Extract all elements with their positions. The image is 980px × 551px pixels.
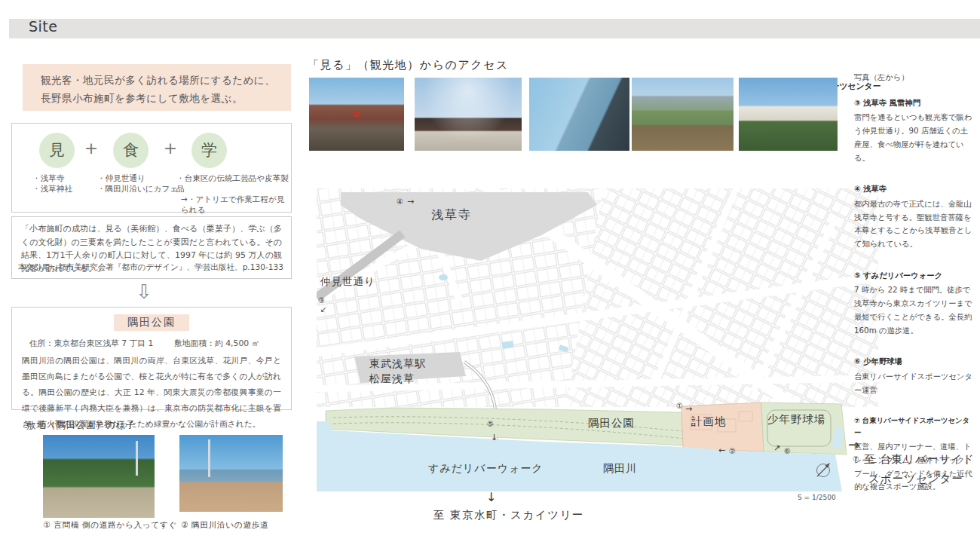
note-title: ⑥ 少年野球場 bbox=[854, 355, 975, 369]
note-entry: ⑥ 少年野球場 台東リバーサイドスポーツセンター運営 bbox=[854, 355, 975, 396]
notes-heading: 写真（左から） bbox=[854, 71, 975, 84]
concept-eat-bullets: ・仲見世通り ・隅田川沿いにカフェ bbox=[97, 173, 178, 194]
note-body: 台東リバーサイドスポーツセンター運営 bbox=[854, 370, 975, 396]
park-area: 敷地面積：約 4,500 ㎡ bbox=[174, 338, 259, 349]
concept-see-bullets: ・浅草寺 ・浅草神社 bbox=[32, 173, 72, 194]
intro-line-2: 長野県小布施町を参考にして敷地を選ぶ。 bbox=[41, 89, 275, 107]
label-sumida-park: 隅田公園 bbox=[588, 417, 635, 429]
park-address: 住所：東京都台東区浅草 7 丁目 1 bbox=[29, 338, 153, 349]
access-photo-sports-center: ⑦ 台東リバーサイドスポーツセンター 徒歩 5 分 bbox=[739, 78, 838, 104]
quote-box: 「小布施町の成功は、見る（美術館）、食べる（栗菓子）、学ぶ（多くの文化財）の三要… bbox=[11, 216, 292, 279]
note-entry: ④ 浅草寺 都内最古の寺で正式には、金龍山浅草寺と号する。聖観世音菩薩を本尊とす… bbox=[854, 182, 975, 251]
label-baseball: 少年野球場 bbox=[767, 413, 826, 425]
down-arrow-icon: ⇩ bbox=[133, 280, 155, 303]
site-photo-caption-1: ① 言問橋 側の道路から入ってすぐ bbox=[43, 520, 177, 531]
label-nakamise: 仲見世通り bbox=[320, 275, 375, 287]
site-photo-road-entrance bbox=[43, 435, 155, 518]
access-photo-sensoji: ④ 浅草寺 徒歩 10 分 bbox=[415, 78, 522, 104]
photo-baseball-field bbox=[632, 78, 733, 151]
section-header-bar bbox=[9, 19, 980, 38]
svg-text:↓: ↓ bbox=[491, 433, 498, 442]
photo-sports-center bbox=[739, 78, 838, 151]
intro-line-1: 観光客・地元民が多く訪れる場所にするために、 bbox=[41, 71, 275, 89]
label-plan-site: 計画地 bbox=[691, 415, 727, 427]
page-title: Site bbox=[29, 18, 57, 35]
svg-text:②: ② bbox=[729, 447, 736, 455]
bullet: ・隅田川沿いにカフェ bbox=[97, 184, 178, 194]
label-river: 隅田川 bbox=[603, 462, 637, 474]
access-photo-riverwalk: ⑤ すみだリバーウォーク 徒歩 10 分 bbox=[529, 78, 629, 104]
intro-statement-box: 観光客・地元民が多く訪れる場所にするために、 長野県小布施町を参考にして敷地を選… bbox=[23, 64, 291, 111]
skytree-silhouette bbox=[136, 441, 138, 476]
note-title: ⑦ 台東リバーサイドスポーツセンター bbox=[854, 415, 975, 439]
svg-text:←: ← bbox=[718, 445, 725, 455]
south-arrow-icon: ↓ bbox=[486, 490, 496, 504]
note-title: ④ 浅草寺 bbox=[854, 182, 975, 196]
svg-text:⑥: ⑥ bbox=[784, 447, 791, 455]
site-photo-caption-2: ② 隅田川沿いの遊歩道 bbox=[181, 520, 268, 531]
bullet: ・浅草神社 bbox=[32, 184, 72, 194]
photo-sensoji bbox=[415, 78, 522, 151]
svg-text:③: ③ bbox=[318, 296, 325, 305]
bullet: →・アトリエで作業工程が見られる bbox=[181, 194, 291, 216]
presentation-board: Site 観光客・地元民が多く訪れる場所にするために、 長野県小布施町を参考にし… bbox=[0, 0, 980, 551]
pond bbox=[439, 274, 448, 280]
bullet: ・浅草寺 bbox=[32, 173, 72, 184]
concept-circle-eat: 食 bbox=[113, 133, 149, 168]
access-photo-kaminarimon: ③ 浅草寺 風雷神門 徒歩 12 分 bbox=[309, 78, 404, 104]
access-photo-baseball: ⑥ 少年野球場 徒歩 3 分 bbox=[632, 78, 733, 104]
park-info-box: 隅田公園 住所：東京都台東区浅草 7 丁目 1 敷地面積：約 4,500 ㎡ 隅… bbox=[11, 307, 292, 410]
note-body: 7 時から 22 時まで開門。徒歩で浅草寺から東京スカイツリーまで最短で行くこと… bbox=[854, 283, 975, 337]
note-title: ⑤ すみだリバーウォーク bbox=[854, 269, 975, 283]
note-body: 都内最古の寺で正式には、金龍山浅草寺と号する。聖観世音菩薩を本尊とすることから浅… bbox=[854, 197, 975, 251]
label-station-2: 松屋浅草 bbox=[369, 372, 415, 384]
note-entry: ③ 浅草寺 風雷神門 雷門を通るといつも観光客で賑わう仲見世通り。90 店舗近く… bbox=[854, 96, 975, 165]
site-photos-heading: 敷地（隅田公園）の様子 bbox=[26, 419, 136, 432]
note-title: ③ 浅草寺 風雷神門 bbox=[854, 96, 975, 110]
site-map: ④ → ③ ↙ ⑤ ↓ ① → ← ② ↗ ⑥ 浅草寺 仲見世通り 東武浅草駅 … bbox=[317, 188, 878, 491]
plus-sign: + bbox=[163, 139, 178, 158]
plus-sign: + bbox=[84, 139, 99, 158]
photo-kaminarimon bbox=[309, 78, 404, 151]
bullet: ・仲見世通り bbox=[97, 173, 178, 184]
intro-text: 観光客・地元民が多く訪れる場所にするために、 長野県小布施町を参考にして敷地を選… bbox=[41, 71, 275, 108]
photo-riverwalk bbox=[529, 78, 629, 151]
note-body: 雷門を通るといつも観光客で賑わう仲見世通り。90 店舗近くの土産屋、食べ物屋が軒… bbox=[854, 111, 975, 164]
svg-text:④: ④ bbox=[397, 197, 403, 206]
concept-box: 見 + 食 + 学 ・浅草寺 ・浅草神社 ・仲見世通り ・隅田川沿いにカフェ ・… bbox=[11, 123, 292, 213]
note-entry: ⑦ 台東リバーサイドスポーツセンター 区営、屋内アリーナー、道場、トレーニングジ… bbox=[854, 415, 975, 494]
note-entry: ⑤ すみだリバーウォーク 7 時から 22 時まで開門。徒歩で浅草寺から東京スカ… bbox=[854, 269, 975, 338]
note-body: 区営、屋内アリーナー、道場、トレーニングジム、屋外トラック、プール、グラウンドを… bbox=[854, 440, 975, 494]
svg-text:⑤: ⑤ bbox=[487, 420, 494, 428]
svg-text:→: → bbox=[407, 197, 414, 207]
svg-text:①: ① bbox=[676, 402, 683, 410]
label-sensoji: 浅草寺 bbox=[431, 207, 472, 222]
label-riverwalk: すみだリバーウォーク bbox=[428, 462, 544, 474]
photo-notes-column: 写真（左から） ③ 浅草寺 風雷神門 雷門を通るといつも観光客で賑わう仲見世通り… bbox=[854, 71, 975, 512]
bullet: ・台東区の伝統工芸品や皮革製品 bbox=[176, 173, 291, 194]
svg-text:↙: ↙ bbox=[320, 305, 326, 314]
skytree-silhouette bbox=[208, 439, 210, 477]
map-scale: S = 1/2500 bbox=[798, 494, 836, 501]
label-station-1: 東武浅草駅 bbox=[369, 357, 426, 369]
south-destination-label: 至 東京水町・スカイツリー bbox=[433, 508, 584, 522]
access-heading: 「見る」（観光地）からのアクセス bbox=[308, 58, 509, 72]
svg-text:→: → bbox=[685, 404, 692, 414]
quote-citation: 本文引用：都市美研究会著『都市のデザイン』、学芸出版社、p.130-133 bbox=[18, 262, 283, 273]
concept-circle-see: 見 bbox=[39, 133, 75, 168]
site-photo-riverside-path bbox=[179, 435, 283, 512]
svg-text:↗: ↗ bbox=[773, 443, 780, 453]
concept-circle-learn: 学 bbox=[191, 133, 227, 168]
park-title: 隅田公園 bbox=[114, 314, 189, 331]
